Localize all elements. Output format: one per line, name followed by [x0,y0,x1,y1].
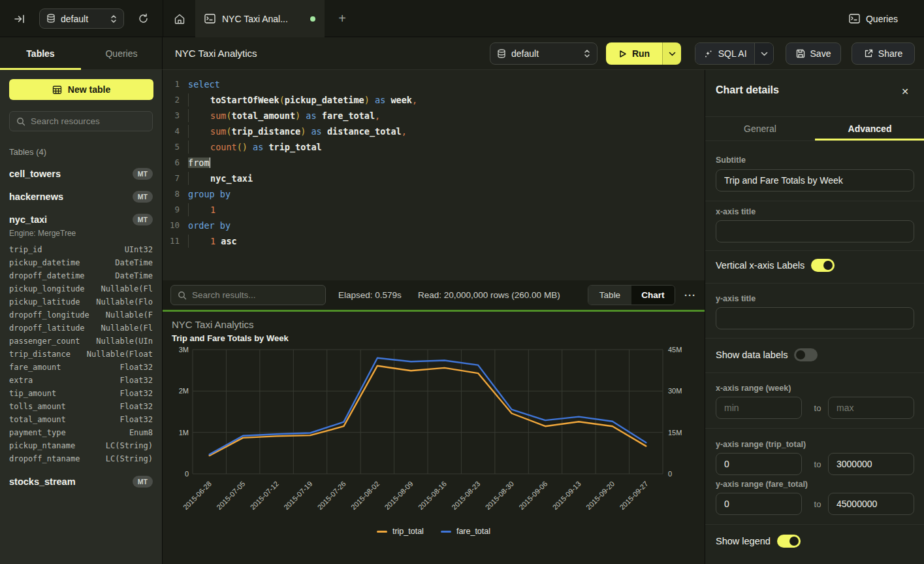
save-button[interactable]: Save [786,42,841,65]
column-name: dropoff_latitude [9,322,85,335]
x-axis-title-input[interactable] [716,220,914,242]
x-range-max-input[interactable] [828,397,914,419]
y-range-trip-max-input[interactable] [828,453,914,475]
code-token: sum [210,126,226,137]
new-tab-button[interactable]: + [333,9,351,27]
vertical-x-labels-toggle[interactable] [811,259,835,272]
tab-advanced[interactable]: Advanced [815,117,924,141]
table-row-cell-towers[interactable]: cell_towers MT [9,168,153,180]
table-row-stocks-stream[interactable]: stocks_stream MT [9,476,153,488]
refresh-button[interactable] [133,8,153,29]
column-name: dropoff_ntaname [9,452,80,465]
play-icon [618,50,627,58]
column-name: passenger_count [9,335,80,348]
new-table-button[interactable]: New table [9,79,153,100]
y-axis-title-input[interactable] [716,307,914,329]
page-title: NYC Taxi Analytics [175,48,257,59]
column-row: passenger_countNullable(UIn [9,335,153,348]
legend-item-fare_total[interactable]: fare_total [441,527,490,536]
database-selector-value: default [61,14,105,24]
x-axis-tick: 2015-08-16 [417,480,448,511]
code-token: distance_total [327,126,402,137]
sql-ai-options-button[interactable] [754,43,773,64]
legend-label: fare_total [456,527,490,536]
x-axis-tick: 2015-07-19 [282,480,313,511]
sql-ai-button-group: SQL AI [695,42,774,65]
run-button[interactable]: Run [606,42,662,65]
y-axis-range-trip-label: y-axis range (trip_total) [716,440,806,449]
sidebar-tab-tables[interactable]: Tables [0,37,81,69]
y-range-fare-min-input[interactable] [716,493,802,515]
share-button[interactable]: Share [852,42,915,65]
code-token [370,95,375,105]
query-tab[interactable]: NYC Taxi Anal... [195,0,325,37]
run-options-button[interactable] [662,42,681,65]
close-icon[interactable]: ✕ [898,84,912,99]
sql-editor[interactable]: 1select2toStartOfWeek(pickup_datetime) a… [163,70,705,280]
chart-panel: NYC Taxi Analytics Trip and Fare Totals … [163,312,705,564]
code-token: 1 [210,236,215,246]
table-icon [52,85,62,95]
y-range-trip-min-input[interactable] [716,453,802,475]
sql-ai-button[interactable]: SQL AI [695,43,754,64]
toggle-knob [796,350,805,359]
column-name: tip_amount [9,387,56,400]
view-toggle-table[interactable]: Table [588,286,631,305]
column-row: tip_amountFloat32 [9,387,153,400]
code-token: , [402,126,407,137]
x-axis-tick: 2015-09-13 [551,480,582,511]
code-line: 1select [163,76,705,92]
tab-general[interactable]: General [705,117,815,141]
y-axis-right-tick: 30M [668,387,682,395]
code-text: sum(trip_distance) as distance_total, [188,124,407,139]
code-text: sum(total_amount) as fare_total, [188,108,380,124]
show-legend-toggle[interactable] [777,535,801,548]
code-token: nyc_taxi [210,173,253,184]
code-text: group by [188,186,231,202]
search-results-input[interactable] [192,290,319,300]
subtitle-input[interactable] [716,169,914,191]
search-resources-input[interactable] [31,116,146,126]
y-range-fare-max-input[interactable] [828,493,914,515]
home-tab-button[interactable] [163,0,195,37]
divider [705,283,924,284]
code-token: ) [364,95,370,105]
chevron-updown-icon [584,49,590,58]
code-text: select [188,76,220,92]
sidebar-tab-queries[interactable]: Queries [81,37,162,69]
line-number: 11 [163,233,180,249]
column-type: Nullable(Float [87,348,153,361]
collapse-sidebar-button[interactable] [10,10,29,28]
line-number: 1 [163,76,180,92]
column-type: Enum8 [129,426,153,439]
code-token: week [390,95,412,105]
view-toggle-chart[interactable]: Chart [631,286,675,305]
table-row-nyc-taxi[interactable]: nyc_taxi MT [9,214,153,225]
terminal-icon [204,14,215,24]
to-label: to [810,403,825,413]
chart-title: NYC Taxi Analytics [172,319,254,330]
sql-ai-label: SQL AI [718,48,747,59]
table-name: cell_towers [9,169,61,179]
more-options-button[interactable]: ··· [680,285,700,305]
queries-label: Queries [866,14,898,24]
show-data-labels-toggle[interactable] [794,348,818,361]
database-selector[interactable]: default [39,8,124,29]
code-token: , [412,95,417,105]
column-name: pickup_ntaname [9,439,75,452]
column-type: Float32 [119,361,153,374]
indent-guide [188,109,189,122]
legend-item-trip_total[interactable]: trip_total [377,527,424,536]
code-token: asc [221,236,236,246]
unsaved-changes-dot [310,16,315,22]
code-token: trip_total [268,142,321,152]
code-text: order by [188,218,231,233]
query-database-selector[interactable]: default [490,42,597,65]
view-toggle: Table Chart [588,285,675,305]
column-name: pickup_longitude [9,282,85,295]
table-row-hackernews[interactable]: hackernews MT [9,191,153,203]
queries-menu-button[interactable]: Queries [849,0,898,37]
divider [705,428,924,429]
x-range-min-input[interactable] [716,397,802,419]
line-chart[interactable]: 001M15M2M30M3M45M2015-06-282015-07-05201… [163,344,705,527]
